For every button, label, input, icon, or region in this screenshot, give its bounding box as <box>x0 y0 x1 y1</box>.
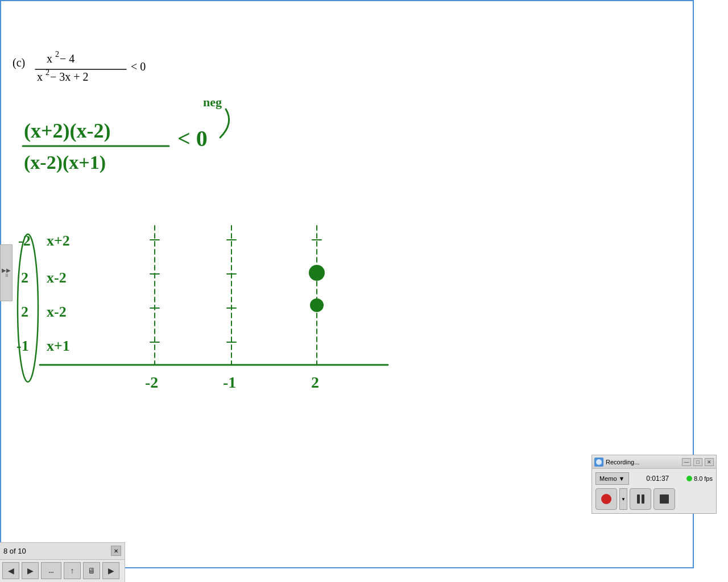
fps-display: 8.0 fps <box>686 475 713 482</box>
bottom-toolbar: 8 of 10 ✕ ◀ ▶ ... ↑ 🖥 ▶ <box>0 542 125 582</box>
recording-close-button[interactable]: ✕ <box>705 458 714 466</box>
pause-button[interactable] <box>630 488 651 510</box>
screen-button[interactable]: 🖥 <box>83 562 100 579</box>
svg-point-0 <box>596 459 602 465</box>
side-panel-dots-icon: ⠿ <box>5 273 8 278</box>
upload-button[interactable]: ↑ <box>64 562 81 579</box>
prev-page-button[interactable]: ◀ <box>2 562 19 579</box>
fps-indicator-dot <box>686 476 692 481</box>
timer-display: 0:01:37 <box>631 475 684 483</box>
recording-top-row: Memo ▼ 0:01:37 8.0 fps <box>595 472 713 485</box>
page-info-bar: 8 of 10 ✕ <box>0 543 125 560</box>
recording-minimize-button[interactable]: — <box>682 458 691 466</box>
side-panel-toggle[interactable]: ▶▶ ⠿ <box>0 244 13 301</box>
recording-app-icon <box>594 458 603 467</box>
stop-button[interactable] <box>653 488 675 510</box>
recording-widget: Recording... — □ ✕ Memo ▼ 0:01:37 8.0 fp… <box>592 455 717 514</box>
record-dropdown-button[interactable]: ▼ <box>619 488 627 510</box>
forward-button[interactable]: ▶ <box>102 562 119 579</box>
stop-square-icon <box>660 494 669 504</box>
pause-bar-left-icon <box>637 494 640 504</box>
math-canvas <box>1 1 695 513</box>
recording-titlebar: Recording... — □ ✕ <box>592 455 716 469</box>
pause-bar-right-icon <box>642 494 644 504</box>
next-page-button[interactable]: ▶ <box>22 562 39 579</box>
recording-controls: ▼ <box>595 488 713 510</box>
recording-restore-button[interactable]: □ <box>693 458 702 466</box>
recording-body: Memo ▼ 0:01:37 8.0 fps ▼ <box>592 469 716 513</box>
side-panel-arrow-icon: ▶▶ <box>2 267 11 273</box>
fps-value: 8.0 fps <box>694 475 713 482</box>
page-close-button[interactable]: ✕ <box>111 546 121 556</box>
record-button[interactable] <box>595 488 617 510</box>
whiteboard <box>0 0 694 568</box>
recording-title: Recording... <box>606 459 680 465</box>
nav-buttons: ◀ ▶ ... ↑ 🖥 ▶ <box>0 560 125 582</box>
record-circle-icon <box>601 494 611 504</box>
page-info-text: 8 of 10 <box>3 547 26 555</box>
memo-button[interactable]: Memo ▼ <box>595 472 629 485</box>
menu-button[interactable]: ... <box>41 562 61 579</box>
